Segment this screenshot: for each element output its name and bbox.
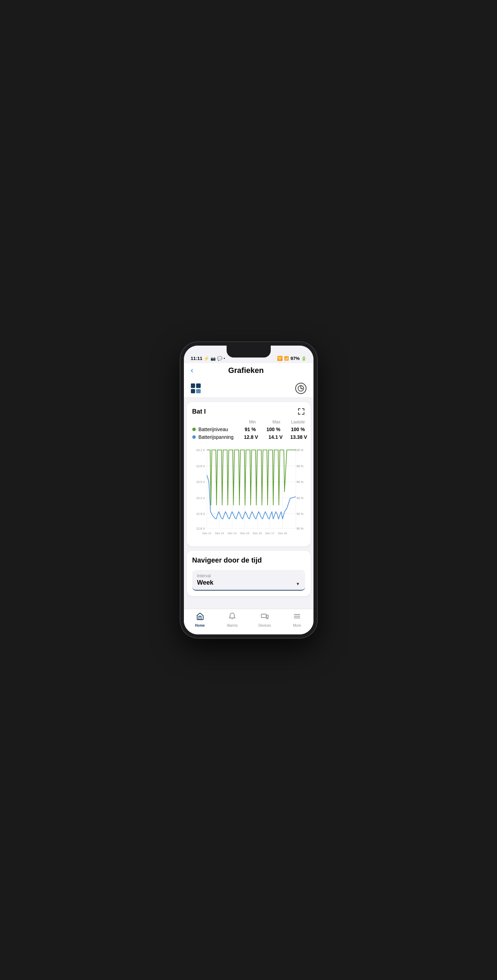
- signal-icon: 📶: [284, 356, 289, 361]
- battery-display: 97%: [291, 356, 300, 361]
- photo-icon: 📷: [211, 356, 216, 361]
- svg-point-0: [298, 385, 304, 391]
- interval-text: Interval Week: [197, 573, 214, 586]
- legend-max-0: 100 %: [256, 426, 281, 432]
- svg-text:92 %: 92 %: [296, 512, 303, 515]
- alarms-icon: [228, 612, 237, 622]
- legend-last-header: Laatste: [281, 420, 305, 425]
- scroll-content[interactable]: Bat I Min Max Laatste: [184, 398, 313, 609]
- legend-values-1: 12.8 V 14.1 V 13.38 V: [233, 434, 307, 440]
- grid-sq-1: [191, 383, 195, 388]
- time-nav-title: Navigeer door de tijd: [192, 556, 305, 564]
- svg-rect-37: [267, 615, 268, 617]
- grid-sq-2: [196, 383, 201, 388]
- svg-text:Dec 16: Dec 16: [252, 532, 262, 535]
- time-nav-card: Navigeer door de tijd Interval Week ▼: [187, 550, 311, 596]
- battery-icon: 🔋: [301, 356, 306, 361]
- tab-more[interactable]: More: [281, 612, 313, 627]
- svg-text:90 %: 90 %: [296, 527, 303, 530]
- svg-text:Dec 18: Dec 18: [278, 532, 287, 535]
- legend-last-0: 100 %: [281, 426, 305, 432]
- whatsapp-icon: 💬: [217, 356, 222, 361]
- svg-text:98 %: 98 %: [296, 465, 303, 468]
- svg-text:Dec 17: Dec 17: [265, 532, 274, 535]
- notch: [227, 345, 271, 358]
- svg-text:13.5 V: 13.5 V: [196, 480, 205, 484]
- clock-icon: [297, 385, 304, 392]
- clock-button[interactable]: [295, 383, 306, 394]
- home-icon: [196, 612, 204, 622]
- nav-bar: ‹ Grafieken: [184, 363, 313, 379]
- legend-table: Min Max Laatste Batterijniveau 91 % 100 …: [192, 420, 305, 440]
- back-button[interactable]: ‹: [191, 366, 193, 375]
- svg-text:Dec 13: Dec 13: [215, 532, 224, 535]
- toolbar: [184, 379, 313, 398]
- tab-bar: Home Alarms: [184, 609, 313, 635]
- svg-text:Dec 15: Dec 15: [240, 532, 249, 535]
- legend-last-1: 13.38 V: [283, 434, 307, 440]
- tab-devices[interactable]: Devices: [249, 612, 281, 627]
- tesla-icon: ⚡: [204, 356, 209, 361]
- legend-dot-1: [192, 435, 196, 439]
- grid-sq-4: [196, 389, 201, 394]
- phone-frame: 11:11 ⚡ 📷 💬 • 🛜 📶 97% 🔋 ‹ Grafieken: [180, 342, 317, 638]
- wifi-icon: 🛜: [277, 356, 283, 361]
- phone-screen: 11:11 ⚡ 📷 💬 • 🛜 📶 97% 🔋 ‹ Grafieken: [184, 345, 313, 635]
- svg-text:14.1 V: 14.1 V: [196, 448, 205, 452]
- tab-home-label: Home: [195, 624, 205, 627]
- svg-text:13.8 V: 13.8 V: [196, 465, 205, 468]
- fullscreen-icon[interactable]: [297, 407, 305, 415]
- more-icon: [293, 612, 301, 622]
- legend-row-1: Batterijspanning 12.8 V 14.1 V 13.38 V: [192, 434, 305, 440]
- tab-alarms[interactable]: Alarms: [216, 612, 249, 627]
- chart-title: Bat I: [192, 408, 206, 415]
- time-display: 11:11: [191, 356, 202, 361]
- svg-text:Dec 14: Dec 14: [227, 532, 237, 535]
- chart-svg: 14.1 V 13.8 V 13.5 V 13.2 V 12.9 V 12.6 …: [192, 443, 305, 541]
- chart-area: 14.1 V 13.8 V 13.5 V 13.2 V 12.9 V 12.6 …: [192, 443, 305, 541]
- svg-text:96 %: 96 %: [296, 480, 303, 484]
- legend-values-0: 91 % 100 % 100 %: [232, 426, 305, 432]
- devices-icon: [260, 612, 269, 622]
- legend-min-1: 12.8 V: [233, 434, 258, 440]
- svg-text:12.6 V: 12.6 V: [196, 527, 205, 530]
- legend-max-1: 14.1 V: [258, 434, 283, 440]
- grid-view-button[interactable]: [191, 383, 201, 393]
- legend-dot-0: [192, 428, 196, 431]
- chart-header: Bat I: [192, 407, 305, 415]
- tab-alarms-label: Alarms: [227, 624, 238, 627]
- svg-text:Dec 12: Dec 12: [202, 532, 211, 535]
- interval-select[interactable]: Interval Week ▼: [192, 570, 305, 590]
- grid-sq-3: [191, 389, 195, 394]
- status-right: 🛜 📶 97% 🔋: [277, 356, 306, 361]
- legend-label-0: Batterijniveau: [198, 426, 232, 432]
- legend-label-1: Batterijspanning: [198, 434, 233, 440]
- legend-min-0: 91 %: [232, 426, 256, 432]
- interval-label: Interval: [197, 573, 214, 578]
- svg-rect-36: [261, 614, 266, 617]
- tab-home[interactable]: Home: [184, 612, 216, 627]
- dot-icon: •: [224, 356, 225, 360]
- dropdown-arrow-icon: ▼: [296, 581, 300, 586]
- chart-card: Bat I Min Max Laatste: [187, 402, 311, 546]
- interval-value: Week: [197, 579, 214, 586]
- status-left: 11:11 ⚡ 📷 💬 •: [191, 356, 225, 361]
- page-title: Grafieken: [197, 366, 295, 375]
- svg-text:13.2 V: 13.2 V: [196, 496, 205, 500]
- legend-min-header: Min: [232, 420, 256, 425]
- svg-text:100 %: 100 %: [295, 448, 304, 452]
- legend-row-0: Batterijniveau 91 % 100 % 100 %: [192, 426, 305, 432]
- svg-text:12.9 V: 12.9 V: [196, 512, 205, 515]
- legend-max-header: Max: [256, 420, 281, 425]
- legend-header: Min Max Laatste: [192, 420, 305, 425]
- svg-line-2: [301, 388, 302, 389]
- tab-more-label: More: [293, 624, 301, 627]
- tab-devices-label: Devices: [259, 624, 271, 627]
- svg-text:94 %: 94 %: [296, 496, 303, 500]
